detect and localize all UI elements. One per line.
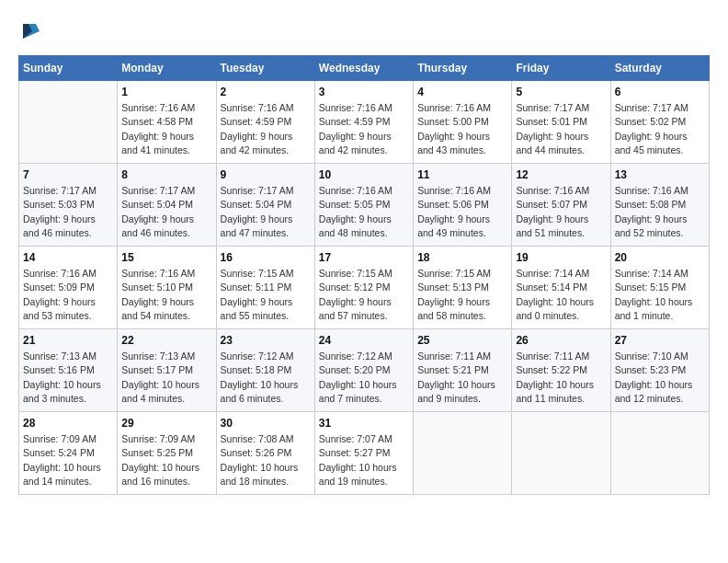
day-info: Sunrise: 7:17 AMSunset: 5:02 PMDaylight:… xyxy=(615,101,705,157)
day-number: 17 xyxy=(319,251,409,264)
day-info: Sunrise: 7:10 AMSunset: 5:23 PMDaylight:… xyxy=(615,350,705,406)
calendar-cell: 1Sunrise: 7:16 AMSunset: 4:58 PMDaylight… xyxy=(118,81,216,164)
weekday-header: Friday xyxy=(512,56,610,81)
day-info: Sunrise: 7:16 AMSunset: 4:59 PMDaylight:… xyxy=(221,101,311,157)
calendar-cell: 6Sunrise: 7:17 AMSunset: 5:02 PMDaylight… xyxy=(610,81,709,164)
day-number: 13 xyxy=(615,168,705,181)
day-info: Sunrise: 7:17 AMSunset: 5:03 PMDaylight:… xyxy=(23,184,113,240)
calendar-cell: 20Sunrise: 7:14 AMSunset: 5:15 PMDayligh… xyxy=(610,247,709,329)
weekday-header: Thursday xyxy=(414,56,512,81)
day-number: 15 xyxy=(121,251,211,264)
calendar-cell: 5Sunrise: 7:17 AMSunset: 5:01 PMDaylight… xyxy=(512,81,610,164)
page-header xyxy=(18,18,710,40)
day-info: Sunrise: 7:16 AMSunset: 5:05 PMDaylight:… xyxy=(319,184,409,240)
day-number: 5 xyxy=(516,86,606,98)
day-info: Sunrise: 7:07 AMSunset: 5:27 PMDaylight:… xyxy=(319,432,409,488)
day-info: Sunrise: 7:16 AMSunset: 4:59 PMDaylight:… xyxy=(319,101,409,157)
calendar-week-row: 1Sunrise: 7:16 AMSunset: 4:58 PMDaylight… xyxy=(19,81,710,164)
day-number: 30 xyxy=(221,417,311,430)
calendar-cell: 26Sunrise: 7:11 AMSunset: 5:22 PMDayligh… xyxy=(512,329,610,412)
calendar-cell: 21Sunrise: 7:13 AMSunset: 5:16 PMDayligh… xyxy=(19,329,118,412)
calendar-cell: 24Sunrise: 7:12 AMSunset: 5:20 PMDayligh… xyxy=(314,329,413,412)
day-number: 27 xyxy=(615,334,705,347)
day-number: 10 xyxy=(319,168,409,181)
day-number: 23 xyxy=(221,334,311,347)
calendar-cell xyxy=(610,412,709,495)
day-number: 6 xyxy=(615,86,705,98)
day-number: 16 xyxy=(221,251,311,264)
day-number: 9 xyxy=(221,168,311,181)
day-number: 19 xyxy=(516,251,606,264)
day-info: Sunrise: 7:12 AMSunset: 5:20 PMDaylight:… xyxy=(319,350,409,406)
day-info: Sunrise: 7:16 AMSunset: 5:06 PMDaylight:… xyxy=(417,184,507,240)
day-info: Sunrise: 7:17 AMSunset: 5:04 PMDaylight:… xyxy=(121,184,211,240)
day-number: 1 xyxy=(121,86,211,98)
calendar-cell: 2Sunrise: 7:16 AMSunset: 4:59 PMDaylight… xyxy=(216,81,314,164)
day-info: Sunrise: 7:16 AMSunset: 4:58 PMDaylight:… xyxy=(121,101,211,157)
calendar-cell: 7Sunrise: 7:17 AMSunset: 5:03 PMDaylight… xyxy=(19,164,118,247)
day-number: 11 xyxy=(417,168,507,181)
day-info: Sunrise: 7:16 AMSunset: 5:00 PMDaylight:… xyxy=(417,101,507,157)
day-number: 28 xyxy=(23,417,113,430)
day-number: 18 xyxy=(417,251,507,264)
calendar-table: SundayMondayTuesdayWednesdayThursdayFrid… xyxy=(18,55,710,495)
calendar-cell: 10Sunrise: 7:16 AMSunset: 5:05 PMDayligh… xyxy=(314,164,413,247)
day-info: Sunrise: 7:12 AMSunset: 5:18 PMDaylight:… xyxy=(221,350,311,406)
day-info: Sunrise: 7:09 AMSunset: 5:24 PMDaylight:… xyxy=(23,432,113,488)
day-info: Sunrise: 7:08 AMSunset: 5:26 PMDaylight:… xyxy=(221,432,311,488)
day-info: Sunrise: 7:17 AMSunset: 5:01 PMDaylight:… xyxy=(516,101,606,157)
day-number: 8 xyxy=(121,168,211,181)
calendar-cell: 28Sunrise: 7:09 AMSunset: 5:24 PMDayligh… xyxy=(19,412,118,495)
calendar-cell: 27Sunrise: 7:10 AMSunset: 5:23 PMDayligh… xyxy=(610,329,709,412)
day-info: Sunrise: 7:15 AMSunset: 5:12 PMDaylight:… xyxy=(319,267,409,323)
calendar-cell xyxy=(19,81,118,164)
logo xyxy=(18,18,40,40)
calendar-cell: 19Sunrise: 7:14 AMSunset: 5:14 PMDayligh… xyxy=(512,247,610,329)
weekday-header: Tuesday xyxy=(216,56,314,81)
calendar-cell: 13Sunrise: 7:16 AMSunset: 5:08 PMDayligh… xyxy=(610,164,709,247)
calendar-week-row: 7Sunrise: 7:17 AMSunset: 5:03 PMDaylight… xyxy=(19,164,710,247)
day-info: Sunrise: 7:17 AMSunset: 5:04 PMDaylight:… xyxy=(221,184,311,240)
calendar-week-row: 28Sunrise: 7:09 AMSunset: 5:24 PMDayligh… xyxy=(19,412,710,495)
calendar-cell: 31Sunrise: 7:07 AMSunset: 5:27 PMDayligh… xyxy=(314,412,413,495)
calendar-week-row: 14Sunrise: 7:16 AMSunset: 5:09 PMDayligh… xyxy=(19,247,710,329)
day-info: Sunrise: 7:16 AMSunset: 5:09 PMDaylight:… xyxy=(23,267,113,323)
calendar-cell: 29Sunrise: 7:09 AMSunset: 5:25 PMDayligh… xyxy=(118,412,216,495)
calendar-cell: 16Sunrise: 7:15 AMSunset: 5:11 PMDayligh… xyxy=(216,247,314,329)
calendar-cell: 18Sunrise: 7:15 AMSunset: 5:13 PMDayligh… xyxy=(414,247,512,329)
day-number: 29 xyxy=(121,417,211,430)
calendar-cell: 3Sunrise: 7:16 AMSunset: 4:59 PMDaylight… xyxy=(314,81,413,164)
calendar-cell: 15Sunrise: 7:16 AMSunset: 5:10 PMDayligh… xyxy=(118,247,216,329)
day-info: Sunrise: 7:16 AMSunset: 5:07 PMDaylight:… xyxy=(516,184,606,240)
day-info: Sunrise: 7:14 AMSunset: 5:14 PMDaylight:… xyxy=(516,267,606,323)
day-number: 14 xyxy=(23,251,113,264)
day-info: Sunrise: 7:16 AMSunset: 5:08 PMDaylight:… xyxy=(615,184,705,240)
weekday-header: Wednesday xyxy=(314,56,413,81)
day-info: Sunrise: 7:13 AMSunset: 5:17 PMDaylight:… xyxy=(121,350,211,406)
calendar-cell: 25Sunrise: 7:11 AMSunset: 5:21 PMDayligh… xyxy=(414,329,512,412)
day-info: Sunrise: 7:11 AMSunset: 5:22 PMDaylight:… xyxy=(516,350,606,406)
day-number: 7 xyxy=(23,168,113,181)
day-number: 22 xyxy=(121,334,211,347)
day-info: Sunrise: 7:16 AMSunset: 5:10 PMDaylight:… xyxy=(121,267,211,323)
day-number: 3 xyxy=(319,86,409,98)
day-number: 25 xyxy=(417,334,507,347)
calendar-cell xyxy=(414,412,512,495)
day-number: 20 xyxy=(615,251,705,264)
day-number: 12 xyxy=(516,168,606,181)
calendar-cell: 11Sunrise: 7:16 AMSunset: 5:06 PMDayligh… xyxy=(414,164,512,247)
day-number: 4 xyxy=(417,86,507,98)
day-number: 2 xyxy=(221,86,311,98)
logo-icon xyxy=(19,22,40,39)
calendar-cell: 22Sunrise: 7:13 AMSunset: 5:17 PMDayligh… xyxy=(118,329,216,412)
day-info: Sunrise: 7:15 AMSunset: 5:11 PMDaylight:… xyxy=(221,267,311,323)
weekday-header: Saturday xyxy=(610,56,709,81)
calendar-cell: 17Sunrise: 7:15 AMSunset: 5:12 PMDayligh… xyxy=(314,247,413,329)
calendar-cell: 4Sunrise: 7:16 AMSunset: 5:00 PMDaylight… xyxy=(414,81,512,164)
day-number: 24 xyxy=(319,334,409,347)
weekday-header: Sunday xyxy=(19,56,118,81)
calendar-cell: 30Sunrise: 7:08 AMSunset: 5:26 PMDayligh… xyxy=(216,412,314,495)
day-info: Sunrise: 7:14 AMSunset: 5:15 PMDaylight:… xyxy=(615,267,705,323)
logo-text xyxy=(18,18,40,40)
calendar-cell xyxy=(512,412,610,495)
